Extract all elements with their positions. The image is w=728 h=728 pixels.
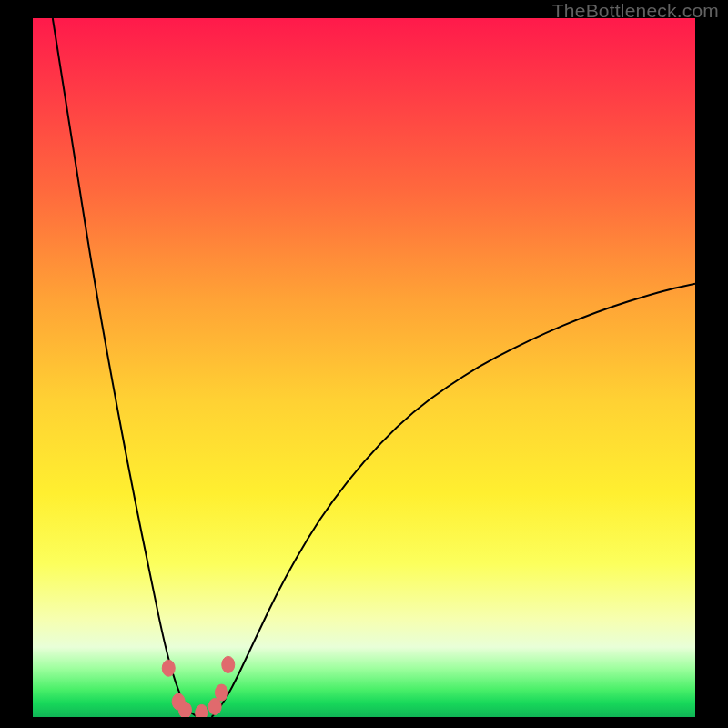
plot-area bbox=[33, 18, 695, 717]
data-marker bbox=[215, 684, 228, 701]
data-marker bbox=[196, 704, 208, 717]
watermark-text: TheBottleneck.com bbox=[552, 0, 719, 22]
data-marker bbox=[208, 698, 221, 714]
curve-right-branch bbox=[212, 284, 695, 717]
data-marker bbox=[178, 702, 191, 717]
marker-group bbox=[162, 656, 235, 717]
data-marker bbox=[222, 656, 235, 672]
data-marker bbox=[162, 660, 175, 676]
curve-left-branch bbox=[53, 18, 198, 717]
curve-layer bbox=[33, 18, 695, 717]
chart-frame: TheBottleneck.com bbox=[0, 0, 728, 728]
